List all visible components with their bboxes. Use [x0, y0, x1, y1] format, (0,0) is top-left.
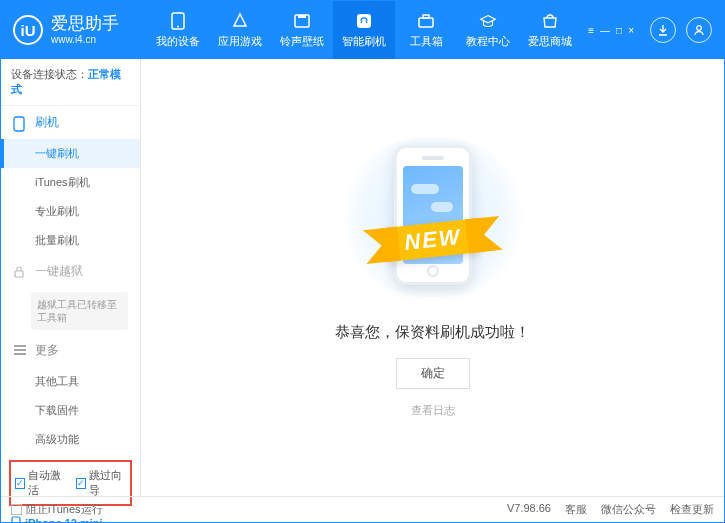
- brand-block: 爱思助手 www.i4.cn: [51, 15, 119, 45]
- nav-label: 智能刷机: [342, 34, 386, 49]
- sidebar-item-one-click-flash[interactable]: 一键刷机: [1, 139, 140, 168]
- nav-my-device[interactable]: 我的设备: [147, 1, 209, 59]
- jailbreak-note: 越狱工具已转移至工具箱: [31, 292, 128, 330]
- top-nav: 我的设备 应用游戏 铃声壁纸 智能刷机 工具箱 教程中心: [147, 1, 581, 59]
- sidebar: 设备连接状态：正常模式 刷机 一键刷机 iTunes刷机 专业刷机 批量刷机 一…: [1, 59, 141, 496]
- nav-label: 工具箱: [410, 34, 443, 49]
- svg-rect-9: [15, 271, 23, 277]
- check-icon: ✓: [76, 478, 86, 489]
- svg-rect-6: [423, 15, 429, 18]
- phone-outline-icon: [13, 116, 27, 130]
- apps-icon: [231, 12, 249, 30]
- check-icon: ✓: [15, 478, 25, 489]
- success-illustration: NEW: [333, 137, 533, 297]
- menu-icon: [13, 344, 27, 358]
- maximize-button[interactable]: □: [616, 25, 622, 36]
- nav-label: 教程中心: [466, 34, 510, 49]
- section-title: 一键越狱: [35, 263, 83, 280]
- nav-store[interactable]: 爱思商城: [519, 1, 581, 59]
- success-message: 恭喜您，保资料刷机成功啦！: [335, 323, 530, 342]
- close-button[interactable]: ×: [628, 25, 634, 36]
- sidebar-item-download-firmware[interactable]: 下载固件: [1, 396, 140, 425]
- phone-illustration: [394, 145, 472, 285]
- checkbox-icon: [11, 504, 22, 515]
- conn-label: 设备连接状态：: [11, 68, 88, 80]
- sidebar-item-other-tools[interactable]: 其他工具: [1, 367, 140, 396]
- checkbox-label: 自动激活: [28, 468, 66, 498]
- app-logo: iU: [13, 15, 43, 45]
- version-label: V7.98.66: [507, 502, 551, 517]
- svg-rect-3: [298, 15, 306, 18]
- sidebar-item-pro-flash[interactable]: 专业刷机: [1, 197, 140, 226]
- svg-rect-4: [357, 14, 371, 28]
- nav-label: 铃声壁纸: [280, 34, 324, 49]
- sidebar-item-batch-flash[interactable]: 批量刷机: [1, 226, 140, 255]
- checkbox-auto-activate[interactable]: ✓自动激活: [15, 468, 66, 498]
- connection-status: 设备连接状态：正常模式: [1, 59, 140, 106]
- svg-rect-5: [419, 18, 433, 27]
- brand-subtitle: www.i4.cn: [51, 34, 119, 45]
- download-button[interactable]: [650, 17, 676, 43]
- svg-point-7: [697, 26, 702, 31]
- nav-label: 爱思商城: [528, 34, 572, 49]
- main-pane: NEW 恭喜您，保资料刷机成功啦！ 确定 查看日志: [141, 59, 724, 496]
- section-title: 刷机: [35, 114, 59, 131]
- ok-button[interactable]: 确定: [396, 358, 470, 389]
- footer-link-support[interactable]: 客服: [565, 502, 587, 517]
- section-jailbreak: 一键越狱: [1, 255, 140, 288]
- nav-smart-flash[interactable]: 智能刷机: [333, 1, 395, 59]
- store-icon: [541, 12, 559, 30]
- flash-icon: [355, 12, 373, 30]
- brand-title: 爱思助手: [51, 15, 119, 34]
- section-more[interactable]: 更多: [1, 334, 140, 367]
- section-title: 更多: [35, 342, 59, 359]
- sys-buttons: ≡ — □ ×: [588, 25, 634, 36]
- status-bar: 阻止iTunes运行 V7.98.66 客服 微信公众号 检查更新: [1, 496, 724, 522]
- checkbox-block-itunes[interactable]: 阻止iTunes运行: [11, 502, 103, 517]
- user-button[interactable]: [686, 17, 712, 43]
- checkbox-label: 阻止iTunes运行: [26, 502, 103, 517]
- nav-label: 应用游戏: [218, 34, 262, 49]
- svg-rect-8: [14, 117, 24, 131]
- minimize-button[interactable]: —: [600, 25, 610, 36]
- phone-icon: [169, 12, 187, 30]
- nav-tutorials[interactable]: 教程中心: [457, 1, 519, 59]
- footer-link-update[interactable]: 检查更新: [670, 502, 714, 517]
- svg-point-1: [177, 25, 179, 27]
- menu-button[interactable]: ≡: [588, 25, 594, 36]
- toolbox-icon: [417, 12, 435, 30]
- wallpaper-icon: [293, 12, 311, 30]
- section-flash[interactable]: 刷机: [1, 106, 140, 139]
- graduation-icon: [479, 12, 497, 30]
- title-bar: iU 爱思助手 www.i4.cn 我的设备 应用游戏 铃声壁纸 智能刷机: [1, 1, 724, 59]
- nav-apps-games[interactable]: 应用游戏: [209, 1, 271, 59]
- nav-toolbox[interactable]: 工具箱: [395, 1, 457, 59]
- window-controls: ≡ — □ ×: [588, 17, 712, 43]
- checkbox-label: 跳过向导: [89, 468, 127, 498]
- nav-label: 我的设备: [156, 34, 200, 49]
- nav-ringtone-wallpaper[interactable]: 铃声壁纸: [271, 1, 333, 59]
- lock-icon: [13, 265, 27, 279]
- sidebar-item-advanced[interactable]: 高级功能: [1, 425, 140, 454]
- body: 设备连接状态：正常模式 刷机 一键刷机 iTunes刷机 专业刷机 批量刷机 一…: [1, 59, 724, 496]
- view-log-link[interactable]: 查看日志: [411, 403, 455, 418]
- app-window: iU 爱思助手 www.i4.cn 我的设备 应用游戏 铃声壁纸 智能刷机: [0, 0, 725, 523]
- checkbox-skip-guide[interactable]: ✓跳过向导: [76, 468, 127, 498]
- footer-right: V7.98.66 客服 微信公众号 检查更新: [507, 502, 714, 517]
- sidebar-item-itunes-flash[interactable]: iTunes刷机: [1, 168, 140, 197]
- footer-link-wechat[interactable]: 微信公众号: [601, 502, 656, 517]
